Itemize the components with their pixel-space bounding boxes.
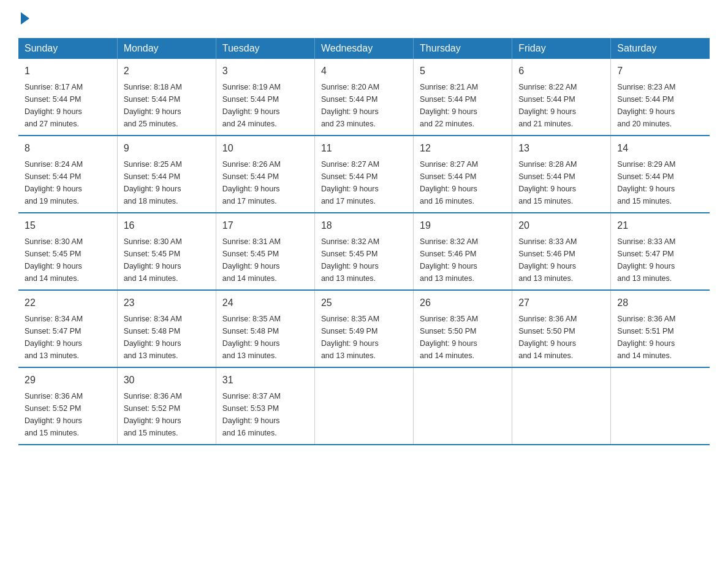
day-number: 18 bbox=[321, 218, 407, 233]
day-info: Sunrise: 8:22 AM Sunset: 5:44 PM Dayligh… bbox=[518, 81, 604, 130]
day-cell: 27 Sunrise: 8:36 AM Sunset: 5:50 PM Dayl… bbox=[512, 290, 611, 367]
header-cell-sunday: Sunday bbox=[18, 38, 117, 59]
day-number: 15 bbox=[25, 218, 111, 233]
day-number: 2 bbox=[124, 64, 210, 79]
logo bbox=[18, 12, 29, 27]
day-number: 26 bbox=[420, 296, 506, 310]
day-cell: 2 Sunrise: 8:18 AM Sunset: 5:44 PM Dayli… bbox=[117, 59, 216, 136]
day-cell: 28 Sunrise: 8:36 AM Sunset: 5:51 PM Dayl… bbox=[611, 290, 710, 367]
day-number: 11 bbox=[321, 141, 407, 156]
day-cell: 4 Sunrise: 8:20 AM Sunset: 5:44 PM Dayli… bbox=[314, 59, 413, 136]
day-cell: 22 Sunrise: 8:34 AM Sunset: 5:47 PM Dayl… bbox=[18, 290, 117, 367]
day-cell: 18 Sunrise: 8:32 AM Sunset: 5:45 PM Dayl… bbox=[314, 213, 413, 290]
day-cell: 6 Sunrise: 8:22 AM Sunset: 5:44 PM Dayli… bbox=[512, 59, 611, 136]
day-cell: 24 Sunrise: 8:35 AM Sunset: 5:48 PM Dayl… bbox=[216, 290, 314, 367]
day-number: 5 bbox=[420, 64, 506, 79]
day-number: 31 bbox=[222, 373, 308, 388]
header-cell-monday: Monday bbox=[117, 38, 216, 59]
week-row-2: 8 Sunrise: 8:24 AM Sunset: 5:44 PM Dayli… bbox=[18, 136, 710, 213]
day-cell: 17 Sunrise: 8:31 AM Sunset: 5:45 PM Dayl… bbox=[216, 213, 314, 290]
day-info: Sunrise: 8:21 AM Sunset: 5:44 PM Dayligh… bbox=[420, 81, 506, 130]
day-info: Sunrise: 8:36 AM Sunset: 5:50 PM Dayligh… bbox=[518, 313, 604, 362]
day-cell bbox=[314, 367, 413, 445]
day-cell: 14 Sunrise: 8:29 AM Sunset: 5:44 PM Dayl… bbox=[611, 136, 710, 213]
day-cell: 20 Sunrise: 8:33 AM Sunset: 5:46 PM Dayl… bbox=[512, 213, 611, 290]
day-number: 16 bbox=[124, 218, 210, 233]
header-cell-tuesday: Tuesday bbox=[216, 38, 314, 59]
day-number: 24 bbox=[222, 296, 308, 310]
day-cell: 1 Sunrise: 8:17 AM Sunset: 5:44 PM Dayli… bbox=[18, 59, 117, 136]
calendar-header: SundayMondayTuesdayWednesdayThursdayFrid… bbox=[18, 38, 710, 59]
header-cell-thursday: Thursday bbox=[414, 38, 512, 59]
week-row-4: 22 Sunrise: 8:34 AM Sunset: 5:47 PM Dayl… bbox=[18, 290, 710, 367]
day-info: Sunrise: 8:35 AM Sunset: 5:48 PM Dayligh… bbox=[222, 313, 308, 362]
day-number: 28 bbox=[617, 296, 703, 310]
day-info: Sunrise: 8:17 AM Sunset: 5:44 PM Dayligh… bbox=[25, 81, 111, 130]
day-number: 27 bbox=[518, 296, 604, 310]
day-cell: 8 Sunrise: 8:24 AM Sunset: 5:44 PM Dayli… bbox=[18, 136, 117, 213]
day-info: Sunrise: 8:33 AM Sunset: 5:46 PM Dayligh… bbox=[518, 236, 604, 285]
day-cell: 26 Sunrise: 8:35 AM Sunset: 5:50 PM Dayl… bbox=[414, 290, 512, 367]
day-cell: 19 Sunrise: 8:32 AM Sunset: 5:46 PM Dayl… bbox=[414, 213, 512, 290]
day-cell: 15 Sunrise: 8:30 AM Sunset: 5:45 PM Dayl… bbox=[18, 213, 117, 290]
day-number: 3 bbox=[222, 64, 308, 79]
calendar-body: 1 Sunrise: 8:17 AM Sunset: 5:44 PM Dayli… bbox=[18, 59, 710, 445]
day-cell: 7 Sunrise: 8:23 AM Sunset: 5:44 PM Dayli… bbox=[611, 59, 710, 136]
day-cell: 30 Sunrise: 8:36 AM Sunset: 5:52 PM Dayl… bbox=[117, 367, 216, 445]
day-number: 23 bbox=[124, 296, 210, 310]
day-number: 6 bbox=[518, 64, 604, 79]
day-cell: 11 Sunrise: 8:27 AM Sunset: 5:44 PM Dayl… bbox=[314, 136, 413, 213]
day-number: 9 bbox=[124, 141, 210, 156]
header-cell-saturday: Saturday bbox=[611, 38, 710, 59]
day-number: 1 bbox=[25, 64, 111, 79]
day-number: 25 bbox=[321, 296, 407, 310]
day-info: Sunrise: 8:26 AM Sunset: 5:44 PM Dayligh… bbox=[222, 158, 308, 207]
day-number: 4 bbox=[321, 64, 407, 79]
day-number: 22 bbox=[25, 296, 111, 310]
day-info: Sunrise: 8:34 AM Sunset: 5:48 PM Dayligh… bbox=[124, 313, 210, 362]
day-info: Sunrise: 8:36 AM Sunset: 5:52 PM Dayligh… bbox=[25, 390, 111, 439]
day-info: Sunrise: 8:30 AM Sunset: 5:45 PM Dayligh… bbox=[25, 236, 111, 285]
day-number: 13 bbox=[518, 141, 604, 156]
day-cell bbox=[611, 367, 710, 445]
week-row-5: 29 Sunrise: 8:36 AM Sunset: 5:52 PM Dayl… bbox=[18, 367, 710, 445]
day-cell: 16 Sunrise: 8:30 AM Sunset: 5:45 PM Dayl… bbox=[117, 213, 216, 290]
day-number: 30 bbox=[124, 373, 210, 388]
day-info: Sunrise: 8:19 AM Sunset: 5:44 PM Dayligh… bbox=[222, 81, 308, 130]
day-info: Sunrise: 8:31 AM Sunset: 5:45 PM Dayligh… bbox=[222, 236, 308, 285]
day-info: Sunrise: 8:20 AM Sunset: 5:44 PM Dayligh… bbox=[321, 81, 407, 130]
header-row: SundayMondayTuesdayWednesdayThursdayFrid… bbox=[18, 38, 710, 59]
day-info: Sunrise: 8:35 AM Sunset: 5:50 PM Dayligh… bbox=[420, 313, 506, 362]
day-info: Sunrise: 8:28 AM Sunset: 5:44 PM Dayligh… bbox=[518, 158, 604, 207]
day-cell bbox=[414, 367, 512, 445]
page-header bbox=[18, 12, 710, 27]
day-info: Sunrise: 8:33 AM Sunset: 5:47 PM Dayligh… bbox=[617, 236, 703, 285]
day-number: 21 bbox=[617, 218, 703, 233]
day-info: Sunrise: 8:36 AM Sunset: 5:51 PM Dayligh… bbox=[617, 313, 703, 362]
day-info: Sunrise: 8:36 AM Sunset: 5:52 PM Dayligh… bbox=[124, 390, 210, 439]
day-cell: 10 Sunrise: 8:26 AM Sunset: 5:44 PM Dayl… bbox=[216, 136, 314, 213]
day-cell bbox=[512, 367, 611, 445]
day-info: Sunrise: 8:27 AM Sunset: 5:44 PM Dayligh… bbox=[420, 158, 506, 207]
header-cell-friday: Friday bbox=[512, 38, 611, 59]
day-cell: 21 Sunrise: 8:33 AM Sunset: 5:47 PM Dayl… bbox=[611, 213, 710, 290]
day-info: Sunrise: 8:27 AM Sunset: 5:44 PM Dayligh… bbox=[321, 158, 407, 207]
day-cell: 31 Sunrise: 8:37 AM Sunset: 5:53 PM Dayl… bbox=[216, 367, 314, 445]
day-info: Sunrise: 8:32 AM Sunset: 5:46 PM Dayligh… bbox=[420, 236, 506, 285]
day-cell: 12 Sunrise: 8:27 AM Sunset: 5:44 PM Dayl… bbox=[414, 136, 512, 213]
day-number: 7 bbox=[617, 64, 703, 79]
day-info: Sunrise: 8:18 AM Sunset: 5:44 PM Dayligh… bbox=[124, 81, 210, 130]
day-info: Sunrise: 8:29 AM Sunset: 5:44 PM Dayligh… bbox=[617, 158, 703, 207]
day-number: 12 bbox=[420, 141, 506, 156]
day-number: 19 bbox=[420, 218, 506, 233]
day-info: Sunrise: 8:37 AM Sunset: 5:53 PM Dayligh… bbox=[222, 390, 308, 439]
day-info: Sunrise: 8:24 AM Sunset: 5:44 PM Dayligh… bbox=[25, 158, 111, 207]
day-info: Sunrise: 8:35 AM Sunset: 5:49 PM Dayligh… bbox=[321, 313, 407, 362]
day-cell: 3 Sunrise: 8:19 AM Sunset: 5:44 PM Dayli… bbox=[216, 59, 314, 136]
logo-arrow-icon bbox=[21, 12, 29, 25]
day-cell: 29 Sunrise: 8:36 AM Sunset: 5:52 PM Dayl… bbox=[18, 367, 117, 445]
header-cell-wednesday: Wednesday bbox=[314, 38, 413, 59]
day-cell: 23 Sunrise: 8:34 AM Sunset: 5:48 PM Dayl… bbox=[117, 290, 216, 367]
day-number: 20 bbox=[518, 218, 604, 233]
day-info: Sunrise: 8:34 AM Sunset: 5:47 PM Dayligh… bbox=[25, 313, 111, 362]
